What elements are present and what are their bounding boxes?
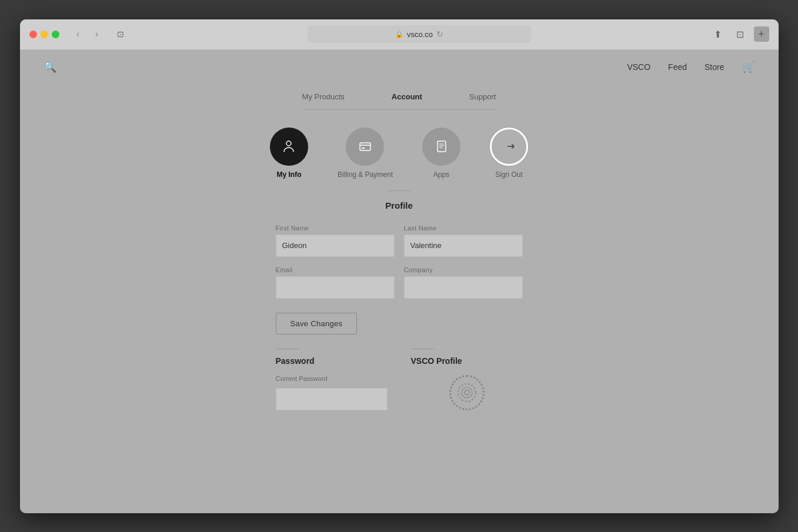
password-divider [276,349,299,349]
account-icon-signout[interactable]: Sign Out [490,128,528,179]
signout-icon-circle [490,128,528,166]
email-input[interactable] [276,276,395,299]
billing-label: Billing & Payment [338,170,393,179]
subnav-wrapper: My Products Account Support [20,84,779,110]
close-button[interactable] [29,31,37,38]
first-name-input[interactable] [276,235,395,257]
address-bar[interactable]: 🔒 vsco.co ↻ [308,25,531,43]
top-nav: 🔍 VSCO Feed Store 🛒 [20,50,779,84]
subnav-account[interactable]: Account [392,92,422,109]
last-name-input[interactable] [404,235,523,257]
account-icon-my-info[interactable]: My Info [270,128,308,179]
last-name-label: Last Name [404,225,523,232]
sidebar-button[interactable]: ⊡ [732,25,749,43]
share-button[interactable]: ⬆ [709,25,727,43]
company-label: Company [404,266,523,273]
sub-nav: My Products Account Support [302,84,496,110]
nav-link-feed[interactable]: Feed [668,62,687,72]
traffic-lights [29,31,59,38]
current-password-group: Current Password [276,375,388,410]
my-info-icon-circle [270,128,308,166]
nav-link-store[interactable]: Store [704,62,724,72]
apps-label: Apps [433,170,449,179]
subnav-my-products[interactable]: My Products [302,92,345,109]
save-changes-button[interactable]: Save Changes [276,313,358,334]
billing-icon-circle [346,128,384,166]
back-button[interactable]: ‹ [70,26,86,42]
profile-divider [388,190,411,191]
vsco-profile-circle [449,375,485,410]
first-name-label: First Name [276,225,395,232]
maximize-button[interactable] [52,31,59,38]
current-password-input[interactable] [276,388,388,410]
svg-rect-3 [438,141,446,152]
apps-icon-circle [422,128,460,166]
company-group: Company [404,266,523,299]
add-tab-button[interactable]: + [754,26,769,42]
email-company-row: Email Company [276,266,523,299]
tab-view-button[interactable]: ⊡ [111,26,130,42]
lock-icon: 🔒 [395,31,403,38]
last-name-group: Last Name [404,225,523,257]
password-section: Password Current Password [276,349,388,410]
nav-buttons: ‹ › [70,26,105,42]
my-info-label: My Info [276,170,301,179]
profile-form: First Name Last Name Email Company S [264,225,535,334]
minimize-button[interactable] [41,31,48,38]
subnav-support[interactable]: Support [469,92,496,109]
svg-point-9 [462,387,472,398]
forward-button[interactable]: › [89,26,105,42]
nav-links: VSCO Feed Store 🛒 [627,61,754,73]
cart-icon[interactable]: 🛒 [742,61,755,73]
svg-rect-0 [360,143,370,150]
reload-icon[interactable]: ↻ [436,29,443,39]
first-name-group: First Name [276,225,395,257]
browser-chrome: ‹ › ⊡ 🔒 vsco.co ↻ ⬆ ⊡ + [20,19,779,50]
page-content: 🔍 VSCO Feed Store 🛒 My Products Account … [20,50,779,513]
account-icon-apps[interactable]: Apps [422,128,460,179]
password-title: Password [276,356,388,366]
vsco-profile-divider [411,349,435,349]
account-icons-section: My Info Billing & Payment [223,128,576,179]
address-bar-container: 🔒 vsco.co ↻ [136,25,703,43]
vsco-profile-section: VSCO Profile [411,349,523,410]
url-text: vsco.co [407,30,433,39]
email-label: Email [276,266,395,273]
lower-sections: Password Current Password VSCO Profile [264,349,535,410]
current-password-label: Current Password [276,375,388,382]
svg-rect-2 [362,148,365,149]
search-icon[interactable]: 🔍 [44,61,56,73]
name-row: First Name Last Name [276,225,523,257]
svg-point-8 [465,390,469,395]
email-group: Email [276,266,395,299]
company-input[interactable] [404,276,523,299]
svg-point-7 [458,384,476,401]
browser-window: ‹ › ⊡ 🔒 vsco.co ↻ ⬆ ⊡ + 🔍 VSCO Feed Stor… [20,19,779,513]
account-icon-billing[interactable]: Billing & Payment [338,128,393,179]
browser-actions: ⬆ ⊡ + [709,25,769,43]
nav-link-vsco[interactable]: VSCO [627,62,650,72]
signout-label: Sign Out [495,170,523,179]
vsco-profile-title: VSCO Profile [411,356,523,366]
profile-section-title: Profile [20,200,779,210]
